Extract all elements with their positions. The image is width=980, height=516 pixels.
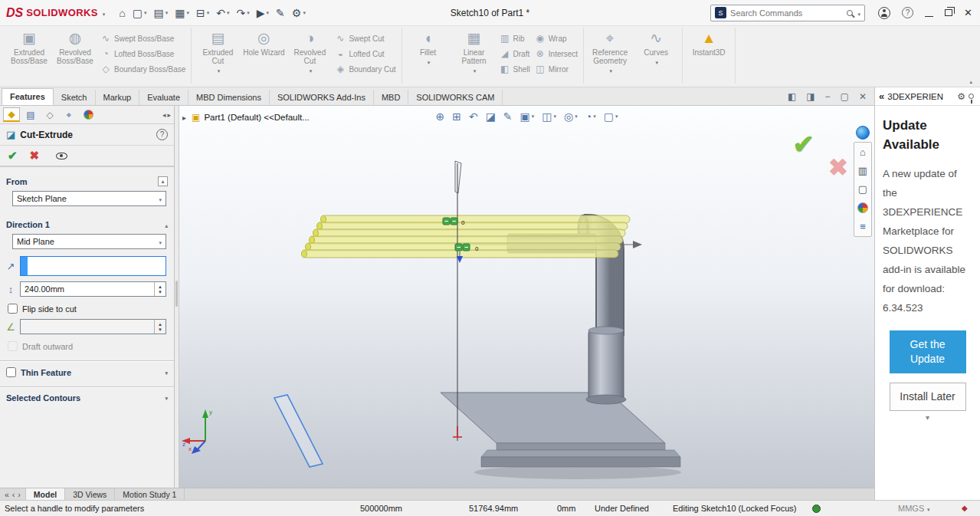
tab-sketch[interactable]: Sketch (54, 90, 96, 105)
close-window-icon[interactable]: ✕ (964, 7, 972, 18)
swept-boss-base-button[interactable]: ∿Swept Boss/Base (99, 32, 187, 44)
tab-features[interactable]: Features (2, 88, 54, 105)
thin-feature-checkbox[interactable] (6, 367, 16, 377)
home-button[interactable]: ⌂ (116, 6, 127, 20)
sketch-rectangle[interactable] (274, 395, 323, 467)
display-manager-tab[interactable] (80, 107, 97, 122)
zoom-fit-icon[interactable]: ⊕ (435, 110, 444, 123)
intersect-button[interactable]: ⊗Intersect (533, 48, 579, 60)
boundary-cut-button[interactable]: ◈Boundary Cut (333, 63, 397, 75)
help-icon[interactable]: ? (902, 7, 913, 18)
draft-button[interactable]: ◢Draft (498, 48, 532, 60)
restore-window-icon[interactable] (945, 9, 952, 16)
scroll-more-icon[interactable] (883, 412, 972, 422)
reference-geometry-button[interactable]: ⌖ Reference Geometry (588, 28, 632, 76)
expand-selected-contours-icon[interactable] (163, 394, 168, 402)
base-plate[interactable] (441, 393, 680, 467)
view-orientation-icon[interactable]: ▣ (520, 110, 535, 123)
pm-preview-eye-icon[interactable] (56, 153, 67, 159)
featuretree-flyout-icon[interactable]: ▸ (181, 113, 188, 122)
collapse-ribbon-icon[interactable] (969, 76, 972, 85)
zoom-area-icon[interactable]: ⊞ (452, 110, 461, 123)
lofted-boss-base-button[interactable]: ◔Lofted Boss/Base (99, 48, 187, 60)
boundary-boss-base-button[interactable]: ◇Boundary Boss/Base (99, 63, 187, 75)
spin-down-icon[interactable]: ▼ (158, 290, 162, 294)
configuration-manager-tab[interactable]: ◇ (41, 107, 58, 122)
3dexperience-icon[interactable] (856, 126, 870, 140)
direction-reference-field[interactable] (20, 256, 166, 276)
expand-thin-feature-icon[interactable] (163, 369, 168, 376)
collapse-from-icon[interactable] (158, 176, 168, 186)
minimize-document-icon[interactable]: − (825, 91, 831, 102)
flip-side-checkbox[interactable] (8, 304, 18, 314)
tab-evaluate[interactable]: Evaluate (139, 90, 188, 105)
first-tab-icon[interactable]: « (5, 490, 9, 499)
collapse-direction1-icon[interactable] (165, 220, 168, 229)
draft-outward-checkbox[interactable] (8, 341, 18, 351)
appearances-icon[interactable] (857, 202, 868, 213)
fillet-button[interactable]: ◖ Fillet (406, 28, 451, 67)
reference-geometry-caret-icon[interactable] (608, 65, 612, 74)
previous-view-icon[interactable]: ↶ (469, 110, 478, 123)
install-later-button[interactable]: Install Later (890, 383, 966, 411)
show-pane-left-icon[interactable]: ◧ (788, 91, 796, 102)
prev-tab-icon[interactable]: ‹ (12, 490, 15, 499)
pm-cancel-icon[interactable]: ✖ (30, 149, 40, 163)
extruded-cut-button[interactable]: ▤ Extruded Cut (195, 28, 240, 76)
home-pane-icon[interactable]: ⌂ (860, 147, 866, 157)
swept-cut-button[interactable]: ∿Swept Cut (333, 32, 397, 44)
design-library-icon[interactable]: ▥ (858, 166, 867, 176)
close-document-icon[interactable]: ✕ (859, 91, 867, 102)
show-pane-right-icon[interactable]: ◨ (806, 91, 814, 102)
curves-button[interactable]: ∿ Curves (634, 28, 678, 67)
tab-markup[interactable]: Markup (96, 90, 140, 105)
tab-model[interactable]: Model (26, 488, 65, 500)
display-style-icon[interactable]: ◫ (542, 110, 556, 123)
save-button[interactable]: ▦ (172, 6, 192, 20)
tab-scroll-left-icon[interactable]: ◂ (162, 111, 166, 119)
curves-caret-icon[interactable] (654, 57, 658, 66)
model-viewport[interactable]: ▸ ▣ Part1 (Default) <<Default... ⊕ ⊞ ↶ ◪… (179, 106, 874, 488)
section-view-icon[interactable]: ◪ (486, 110, 496, 123)
pin-task-pane-icon[interactable] (969, 94, 974, 99)
draft-spinner[interactable]: ▲▼ (154, 320, 166, 334)
edit-appearance-icon[interactable]: ◔ (585, 110, 596, 123)
next-tab-icon[interactable]: › (18, 490, 21, 499)
spin-up-icon[interactable]: ▲ (158, 284, 162, 289)
fillet-caret-icon[interactable] (426, 57, 431, 66)
custom-properties-icon[interactable]: ≡ (860, 222, 866, 232)
depth-spinner[interactable]: ▲▼ (154, 282, 166, 296)
pm-ok-icon[interactable]: ✔ (8, 149, 18, 163)
select-button[interactable]: ▶ (254, 6, 271, 20)
from-plane-dropdown[interactable]: Sketch Plane (12, 191, 166, 206)
restore-document-icon[interactable]: ▢ (841, 91, 849, 102)
tag-icon[interactable]: ◆ (962, 504, 968, 512)
revolved-cut-caret-icon[interactable] (308, 65, 313, 74)
file-explorer-icon[interactable]: ▢ (858, 184, 867, 194)
rib-button[interactable]: ▥Rib (498, 32, 532, 44)
options-button[interactable]: ⚙ (290, 6, 308, 20)
tab-mbd[interactable]: MBD (374, 90, 408, 105)
linear-pattern-caret-icon[interactable] (472, 65, 477, 74)
user-account-icon[interactable] (878, 7, 890, 19)
tab-3d-views[interactable]: 3D Views (65, 488, 115, 500)
property-manager-tab[interactable]: ◆ (3, 107, 20, 122)
get-update-button[interactable]: Get the Update (890, 330, 966, 373)
undo-button[interactable]: ↶ (214, 6, 231, 20)
extruded-cut-caret-icon[interactable] (216, 65, 221, 74)
draft-spin-down-icon[interactable]: ▼ (158, 327, 162, 332)
draft-angle-field[interactable]: ▲▼ (20, 319, 166, 334)
print-button[interactable]: ⊟ (194, 6, 211, 20)
part-model[interactable]: 0 0 y (179, 106, 873, 488)
instant3d-button[interactable]: ▲ Instant3D (687, 28, 731, 58)
draft-spin-up-icon[interactable]: ▲ (158, 322, 162, 327)
new-document-button[interactable]: ▢ (130, 6, 149, 20)
tab-solidworks-add-ins[interactable]: SOLIDWORKS Add-Ins (270, 90, 374, 105)
search-caret-icon[interactable] (857, 8, 861, 18)
depth-field[interactable]: 240.00mm ▲▼ (20, 281, 166, 297)
tab-mbd-dimensions[interactable]: MBD Dimensions (188, 90, 270, 105)
dynamic-annotation-icon[interactable]: ✎ (503, 110, 513, 123)
search-icon[interactable] (847, 10, 853, 16)
revolved-boss-base-button[interactable]: ◍ Revolved Boss/Base (53, 28, 97, 67)
linear-pattern-button[interactable]: ▦ Linear Pattern (452, 28, 497, 76)
